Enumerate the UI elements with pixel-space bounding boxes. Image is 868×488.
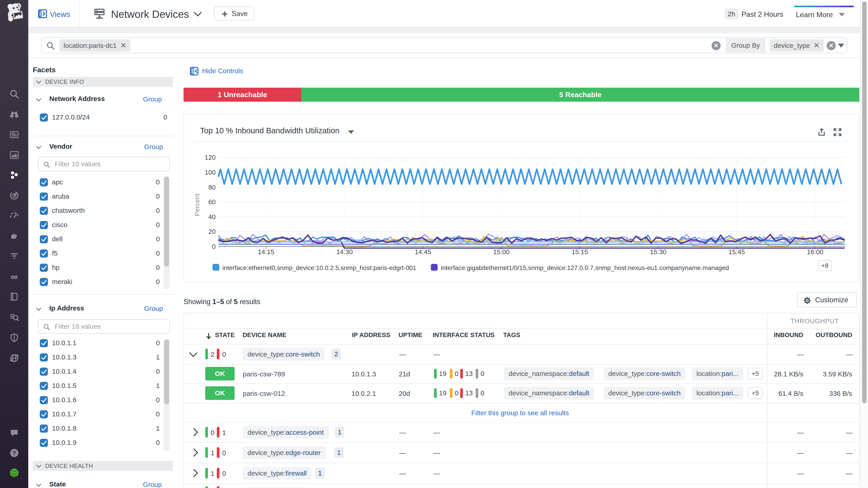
svg-text:16:00: 16:00 xyxy=(807,248,824,256)
svg-text:Percent: Percent xyxy=(193,194,201,216)
svg-text:100: 100 xyxy=(205,169,216,176)
svg-text:0: 0 xyxy=(212,243,216,250)
svg-text:15:45: 15:45 xyxy=(728,248,745,256)
svg-text:14:15: 14:15 xyxy=(258,248,274,256)
svg-text:15:30: 15:30 xyxy=(650,248,666,256)
svg-text:80: 80 xyxy=(209,184,216,191)
svg-text:15:00: 15:00 xyxy=(493,248,510,256)
svg-text:14:30: 14:30 xyxy=(336,248,353,256)
svg-text:120: 120 xyxy=(205,154,216,161)
svg-text:60: 60 xyxy=(209,198,216,205)
svg-text:20: 20 xyxy=(209,228,216,235)
svg-text:15:15: 15:15 xyxy=(572,248,588,256)
svg-text:14:45: 14:45 xyxy=(415,248,431,256)
svg-text:40: 40 xyxy=(209,213,216,221)
